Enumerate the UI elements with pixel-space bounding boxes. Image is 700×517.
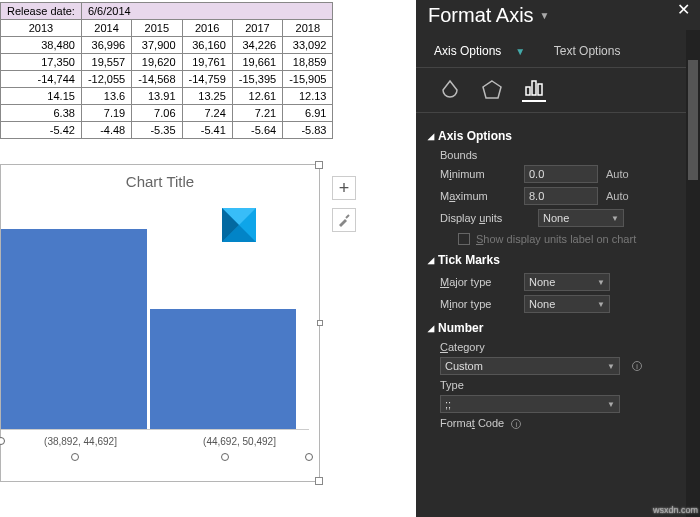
bar[interactable] <box>150 309 296 429</box>
section-axis-options[interactable]: Axis Options <box>428 129 684 143</box>
svg-rect-2 <box>526 87 530 95</box>
svg-rect-4 <box>538 84 542 95</box>
chart-elements-button[interactable]: + <box>332 176 356 200</box>
panel-title: Format Axis <box>428 4 534 27</box>
table-row: 14.1513.613.9113.2512.6112.13 <box>1 88 333 105</box>
axis-handle[interactable] <box>71 453 79 461</box>
display-units-label: Display units <box>440 212 530 224</box>
worksheet-area: Release date:6/6/2014 2013 2014 2015 201… <box>0 0 416 517</box>
plot-area[interactable] <box>1 230 309 430</box>
table-header-row: 2013 2014 2015 2016 2017 2018 <box>1 20 333 37</box>
options-tabs: Axis Options▼ Text Options <box>416 37 700 68</box>
panel-dropdown-icon[interactable]: ▼ <box>540 10 550 21</box>
category-label: Category <box>440 341 684 353</box>
panel-body: Axis Options Bounds Minimum Auto Maximum… <box>416 113 700 517</box>
year-header[interactable]: 2014 <box>81 20 131 37</box>
bounds-label: Bounds <box>440 149 684 161</box>
format-axis-panel: Format Axis ▼ ✕ Axis Options▼ Text Optio… <box>416 0 700 517</box>
tab-text-options[interactable]: Text Options <box>554 44 621 58</box>
effects-tab[interactable] <box>480 78 504 102</box>
tab-axis-options[interactable]: Axis Options <box>434 44 501 58</box>
type-label: Type <box>440 379 684 391</box>
info-icon[interactable]: i <box>632 361 642 371</box>
year-header[interactable]: 2013 <box>1 20 82 37</box>
major-type-label: Major type <box>440 276 516 288</box>
year-header[interactable]: 2018 <box>283 20 333 37</box>
table-row: -5.42-4.48-5.35-5.41-5.64-5.83 <box>1 122 333 139</box>
release-date-label: Release date: <box>1 3 82 20</box>
major-type-select[interactable]: None▼ <box>524 273 610 291</box>
fill-line-tab[interactable] <box>438 78 462 102</box>
minimum-auto[interactable]: Auto <box>606 168 629 180</box>
scrollbar-thumb[interactable] <box>688 60 698 180</box>
data-table[interactable]: Release date:6/6/2014 2013 2014 2015 201… <box>0 2 333 139</box>
axis-handle[interactable] <box>305 453 313 461</box>
year-header[interactable]: 2017 <box>232 20 282 37</box>
property-icon-tabs <box>416 68 700 113</box>
show-units-label: Show display units label on chart <box>476 233 636 245</box>
release-date-value[interactable]: 6/6/2014 <box>81 3 333 20</box>
show-units-checkbox <box>458 233 470 245</box>
x-axis-labels[interactable]: (38,892, 44,692] (44,692, 50,492] <box>1 430 319 447</box>
windows-logo-icon <box>222 208 256 242</box>
chevron-down-icon[interactable]: ▼ <box>515 46 525 57</box>
vertical-scrollbar[interactable] <box>686 30 700 517</box>
table-row: 38,48036,99637,90036,16034,22633,092 <box>1 37 333 54</box>
minor-type-label: Minor type <box>440 298 516 310</box>
close-panel-button[interactable]: ✕ <box>677 0 690 19</box>
table-row: -14,744-12,055-14,568-14,759-15,395-15,9… <box>1 71 333 88</box>
year-header[interactable]: 2016 <box>182 20 232 37</box>
svg-marker-1 <box>483 81 501 98</box>
format-code-label: Format Code i <box>440 417 684 429</box>
svg-rect-3 <box>532 81 536 95</box>
resize-handle[interactable] <box>317 320 323 326</box>
panel-header: Format Axis ▼ ✕ <box>416 0 700 37</box>
minor-type-select[interactable]: None▼ <box>524 295 610 313</box>
axis-options-tab[interactable] <box>522 78 546 102</box>
chart-title[interactable]: Chart Title <box>1 165 319 230</box>
table-row: 6.387.197.067.247.216.91 <box>1 105 333 122</box>
info-icon[interactable]: i <box>511 419 521 429</box>
category-select[interactable]: Custom▼ <box>440 357 620 375</box>
section-tick-marks[interactable]: Tick Marks <box>428 253 684 267</box>
watermark: wsxdn.com <box>653 505 698 515</box>
bar[interactable] <box>1 229 147 429</box>
type-select[interactable]: ;;▼ <box>440 395 620 413</box>
x-tick-label: (38,892, 44,692] <box>1 436 160 447</box>
display-units-select[interactable]: None▼ <box>538 209 624 227</box>
x-tick-label: (44,692, 50,492] <box>160 436 319 447</box>
maximum-input[interactable] <box>524 187 598 205</box>
minimum-label: Minimum <box>440 168 516 180</box>
maximum-label: Maximum <box>440 190 516 202</box>
year-header[interactable]: 2015 <box>132 20 182 37</box>
axis-handle[interactable] <box>221 453 229 461</box>
chart-object[interactable]: Chart Title (38,892, 44,692] (44,692, 50… <box>0 164 320 482</box>
table-row: 17,35019,55719,62019,76119,66118,859 <box>1 54 333 71</box>
chart-styles-button[interactable] <box>332 208 356 232</box>
minimum-input[interactable] <box>524 165 598 183</box>
section-number[interactable]: Number <box>428 321 684 335</box>
maximum-auto[interactable]: Auto <box>606 190 629 202</box>
